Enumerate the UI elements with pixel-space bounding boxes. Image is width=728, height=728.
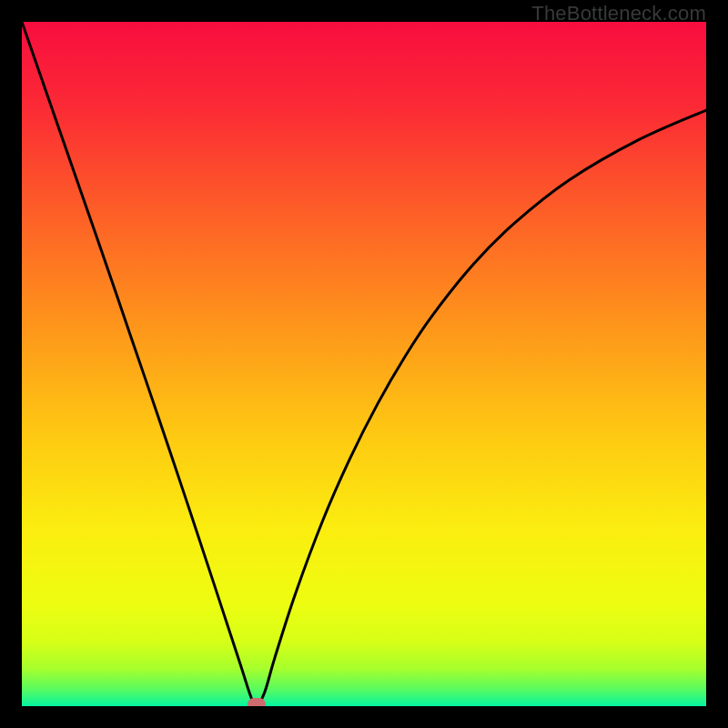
minimum-marker — [248, 698, 266, 706]
bottleneck-curve — [22, 22, 706, 706]
chart-frame: TheBottleneck.com — [0, 0, 728, 728]
plot-area — [22, 22, 706, 706]
